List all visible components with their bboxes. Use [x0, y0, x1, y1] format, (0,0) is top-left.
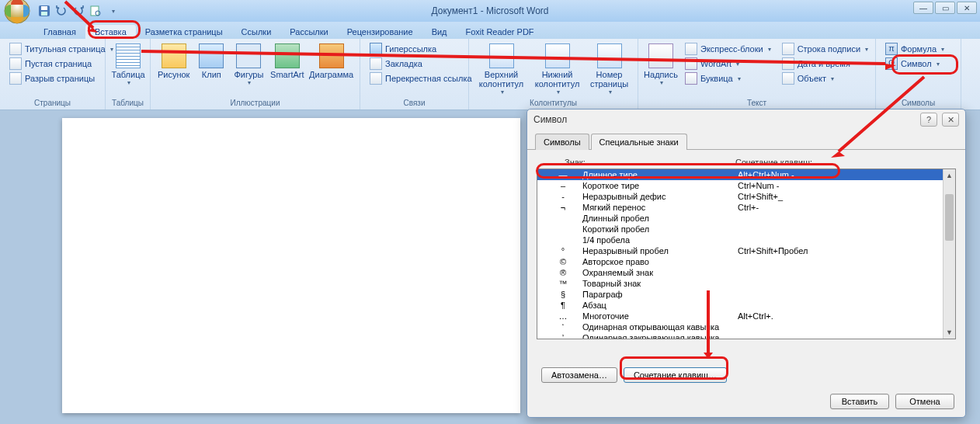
equation-button[interactable]: πФормула: [882, 42, 947, 56]
tab-insert[interactable]: Вставка: [85, 25, 136, 39]
quickparts-button[interactable]: Экспресс-блоки: [682, 42, 774, 56]
smartart-button[interactable]: SmartArt: [269, 42, 304, 81]
special-chars-list[interactable]: —Длинное тиреAlt+Ctrl+Num -–Короткое тир…: [537, 169, 956, 339]
svg-rect-3: [41, 6, 47, 10]
svg-rect-4: [41, 12, 47, 16]
dialog-tab-symbols[interactable]: Символы: [535, 134, 589, 150]
hyperlink-button[interactable]: Гиперссылка: [367, 42, 475, 56]
chart-button[interactable]: Диаграмма: [309, 42, 353, 81]
object-button[interactable]: Объект: [779, 71, 871, 85]
col-shortcut-label: Сочетание клавиш:: [735, 158, 950, 167]
group-links-label: Связи: [360, 97, 468, 109]
tab-pagelayout[interactable]: Разметка страницы: [136, 25, 232, 39]
list-item[interactable]: Короткий пробел: [537, 224, 955, 235]
cover-page-button[interactable]: Титульная страница: [6, 42, 116, 56]
dialog-title: Символ: [533, 114, 567, 125]
close-button[interactable]: ✕: [957, 2, 977, 14]
list-item[interactable]: —Длинное тиреAlt+Ctrl+Num -: [537, 169, 955, 180]
qat-customize-icon[interactable]: [106, 4, 120, 18]
group-pages-label: Страницы: [0, 97, 105, 109]
picture-button[interactable]: Рисунок: [157, 42, 190, 81]
blank-page-button[interactable]: Пустая страница: [6, 57, 116, 71]
list-item[interactable]: ™Товарный знак: [537, 278, 955, 289]
group-text-label: Текст: [638, 97, 875, 109]
document-page[interactable]: [62, 118, 520, 413]
pagenum-button[interactable]: Номер страницы: [587, 42, 631, 97]
tab-review[interactable]: Рецензирование: [338, 25, 422, 39]
list-scrollbar[interactable]: ▲▼: [943, 169, 955, 339]
signature-button[interactable]: Строка подписи: [779, 42, 871, 56]
group-symbols-label: Символы: [876, 97, 961, 109]
list-item[interactable]: ‘Одинарная открывающая кавычка: [537, 321, 955, 332]
header-button[interactable]: Верхний колонтитул: [475, 42, 527, 97]
group-illustrations-label: Иллюстрации: [151, 97, 360, 109]
dialog-help-button[interactable]: ?: [920, 113, 937, 127]
group-headerfooter-label: Колонтитулы: [469, 97, 638, 109]
list-item[interactable]: …МноготочиеAlt+Ctrl+.: [537, 311, 955, 321]
qat-undo-icon[interactable]: [54, 4, 68, 18]
list-item[interactable]: Длинный пробел: [537, 213, 955, 224]
office-button[interactable]: [3, 0, 31, 25]
footer-button[interactable]: Нижний колонтитул: [532, 42, 582, 97]
page-break-button[interactable]: Разрыв страницы: [6, 71, 116, 85]
dropcap-button[interactable]: Буквица: [682, 71, 774, 85]
list-item[interactable]: 1/4 пробела: [537, 235, 955, 245]
datetime-button[interactable]: Дата и время: [779, 57, 871, 71]
tab-references[interactable]: Ссылки: [232, 25, 281, 39]
table-button[interactable]: Таблица: [112, 42, 144, 88]
autocorrect-button[interactable]: Автозамена…: [541, 367, 617, 383]
list-item[interactable]: °Неразрывный пробелCtrl+Shift+Пробел: [537, 245, 955, 256]
minimize-button[interactable]: —: [913, 2, 933, 14]
tab-home[interactable]: Главная: [34, 25, 85, 39]
qat-save-icon[interactable]: [37, 4, 51, 18]
wordart-button[interactable]: WordArt: [682, 57, 774, 71]
symbol-button[interactable]: ΩСимвол: [882, 57, 947, 71]
clip-button[interactable]: Клип: [195, 42, 228, 81]
dialog-close-button[interactable]: ✕: [942, 113, 959, 127]
shortcut-key-button[interactable]: Сочетание клавиш…: [624, 367, 727, 383]
list-item[interactable]: ¬Мягкий переносCtrl+-: [537, 202, 955, 213]
list-item[interactable]: –Короткое тиреCtrl+Num -: [537, 180, 955, 191]
window-title: Документ1 - Microsoft Word: [431, 5, 548, 16]
shapes-button[interactable]: Фигуры: [232, 42, 265, 88]
list-item[interactable]: §Параграф: [537, 289, 955, 300]
list-item[interactable]: ©Авторское право: [537, 256, 955, 267]
bookmark-button[interactable]: Закладка: [367, 57, 475, 71]
col-sign-label: Знак:: [565, 158, 735, 167]
tab-mailings[interactable]: Рассылки: [280, 25, 337, 39]
tab-foxit[interactable]: Foxit Reader PDF: [457, 25, 544, 39]
list-item[interactable]: ¶Абзац: [537, 300, 955, 311]
dialog-tab-special[interactable]: Специальные знаки: [591, 134, 687, 150]
group-tables-label: Таблицы: [106, 97, 150, 109]
maximize-button[interactable]: ▭: [935, 2, 955, 14]
tab-view[interactable]: Вид: [422, 25, 457, 39]
textbox-button[interactable]: Надпись: [645, 42, 677, 88]
insert-button[interactable]: Вставить: [830, 394, 889, 409]
cancel-button[interactable]: Отмена: [895, 394, 954, 409]
list-item[interactable]: -Неразрывный дефисCtrl+Shift+_: [537, 191, 955, 202]
symbol-dialog: Символ ? ✕ Символы Специальные знаки Зна…: [526, 109, 966, 418]
crossref-button[interactable]: Перекрестная ссылка: [367, 71, 475, 85]
qat-preview-icon[interactable]: [89, 4, 103, 18]
qat-redo-icon[interactable]: [71, 4, 85, 18]
list-item[interactable]: ’Одинарная закрывающая кавычка: [537, 332, 955, 339]
list-item[interactable]: ®Охраняемый знак: [537, 267, 955, 278]
